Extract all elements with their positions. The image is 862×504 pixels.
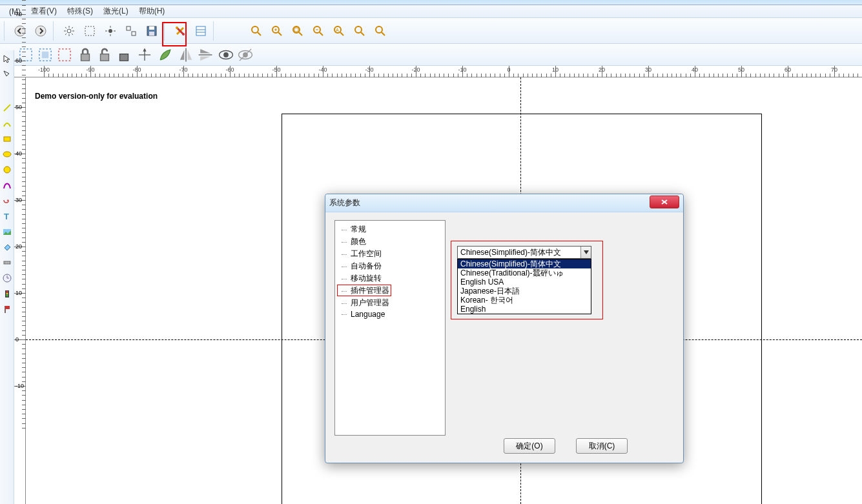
tree-item-3[interactable]: 自动备份 [336,260,444,272]
settings-button[interactable] [170,21,190,41]
dialog-close-button[interactable] [650,196,679,208]
node-tool[interactable] [1,67,13,81]
unlock-button[interactable] [96,46,114,64]
origin-button[interactable] [136,46,154,64]
svg-rect-24 [196,26,205,35]
bezier-tool[interactable] [1,178,13,192]
svg-line-43 [361,32,364,35]
text-tool[interactable]: T [1,209,13,223]
mirror-v-button[interactable] [196,46,214,64]
ok-button[interactable]: 确定(O) [504,438,555,454]
svg-line-40 [340,32,344,35]
mirror-h-button[interactable] [177,46,195,64]
eye-off-button[interactable] [236,46,254,64]
lock-button[interactable] [76,46,94,64]
menu-laser[interactable]: 激光(L) [98,5,134,18]
zoom-fit-button[interactable] [288,21,307,41]
system-settings-dialog: 系统参数 常规颜色工作空间自动备份移动旋转插件管理器用户管理器Language … [325,194,684,463]
tool-grid-button[interactable] [80,21,99,41]
zoom-out-button[interactable] [309,21,328,41]
pointer-tool[interactable] [1,52,13,66]
nav-back-button[interactable] [10,21,30,41]
svg-rect-50 [81,54,90,60]
svg-marker-55 [143,48,146,51]
measure-tool[interactable] [1,256,13,270]
svg-point-69 [3,152,11,157]
zoom-page-button[interactable] [371,21,390,41]
menu-view[interactable]: 查看(V) [26,5,62,18]
flag-tool[interactable] [1,302,13,316]
language-option-1[interactable]: Chinese(Traditional)-蠶砰いゅ [458,268,591,277]
dropdown-value: Chinese(Simplified)-简体中文 [460,247,561,258]
zoom-button[interactable] [247,21,266,41]
tree-item-4[interactable]: 移动旋转 [336,272,444,285]
svg-marker-60 [200,56,210,61]
nav-forward-button[interactable] [31,21,50,41]
line-tool[interactable] [1,101,13,115]
svg-line-37 [320,32,323,35]
properties-button[interactable] [191,21,210,41]
svg-rect-48 [42,51,48,57]
language-option-3[interactable]: Japanese-日本語 [458,287,591,296]
language-option-0[interactable]: Chinese(Simplified)-简体中文 [458,259,591,268]
fill-tool[interactable] [1,240,13,254]
circle-tool[interactable] [1,163,13,177]
language-option-5[interactable]: English [458,305,591,314]
dropdown-arrow-icon[interactable] [580,247,591,258]
svg-rect-18 [132,32,136,35]
svg-marker-59 [200,48,210,53]
settings-tree[interactable]: 常规颜色工作空间自动备份移动旋转插件管理器用户管理器Language [334,220,446,436]
lock-layer-button[interactable] [115,46,133,64]
tree-item-0[interactable]: 常规 [336,223,444,236]
svg-marker-56 [180,50,185,60]
curve-tool[interactable] [1,116,13,130]
leaf-button[interactable] [156,46,174,64]
language-option-2[interactable]: English USA [458,277,591,287]
dialog-titlebar[interactable]: 系统参数 [325,194,683,212]
language-listbox[interactable]: Chinese(Simplified)-简体中文Chinese(Traditio… [457,259,591,314]
svg-line-30 [278,32,282,35]
tree-item-2[interactable]: 工作空间 [336,248,444,260]
ruler-horizontal: -100-90-80-70-60-50-40-30-20-10010203040… [14,66,862,77]
dialog-title: 系统参数 [329,197,360,208]
eye-button[interactable] [217,46,235,64]
image-tool[interactable] [1,225,13,239]
rect-tool[interactable] [1,132,13,146]
zoom-all-button[interactable]: A [329,21,349,41]
svg-rect-21 [149,32,154,35]
tree-item-6[interactable]: 用户管理器 [336,297,444,309]
language-dropdown[interactable]: Chinese(Simplified)-简体中文 [457,246,591,259]
svg-line-34 [299,32,302,35]
svg-point-27 [252,26,258,33]
spiral-tool[interactable] [1,194,13,208]
svg-point-42 [355,26,362,33]
svg-line-45 [382,32,385,35]
traffic-tool[interactable] [1,287,13,301]
menu-help[interactable]: 帮助(H) [134,5,170,18]
ellipse-tool[interactable] [1,147,13,161]
deselect-button[interactable] [56,46,74,64]
cancel-button[interactable]: 取消(C) [576,438,628,454]
svg-line-8 [72,34,73,35]
tree-item-7[interactable]: Language [336,309,444,319]
ruler-vertical: 1009080706050403020100-10 [14,77,26,504]
svg-marker-87 [584,250,589,254]
svg-point-12 [108,29,112,33]
menu-m[interactable]: (M) [4,6,26,17]
zoom-sel-button[interactable] [350,21,369,41]
tool-light1-button[interactable] [59,21,79,41]
menu-special[interactable]: 特殊(S) [62,5,98,18]
svg-point-63 [223,52,229,57]
clock-tool[interactable] [1,271,13,285]
select-all-button[interactable] [36,46,54,64]
tree-item-1[interactable]: 颜色 [336,236,444,248]
svg-point-0 [15,26,25,36]
tool-align-button[interactable] [121,21,141,41]
tool-light2-button[interactable] [101,21,120,41]
zoom-in-button[interactable] [267,21,287,41]
tree-item-5[interactable]: 插件管理器 [336,285,444,297]
save-button[interactable] [142,21,161,41]
svg-rect-20 [149,26,154,30]
language-option-4[interactable]: Korean- 한국어 [458,296,591,305]
svg-point-82 [6,291,8,293]
